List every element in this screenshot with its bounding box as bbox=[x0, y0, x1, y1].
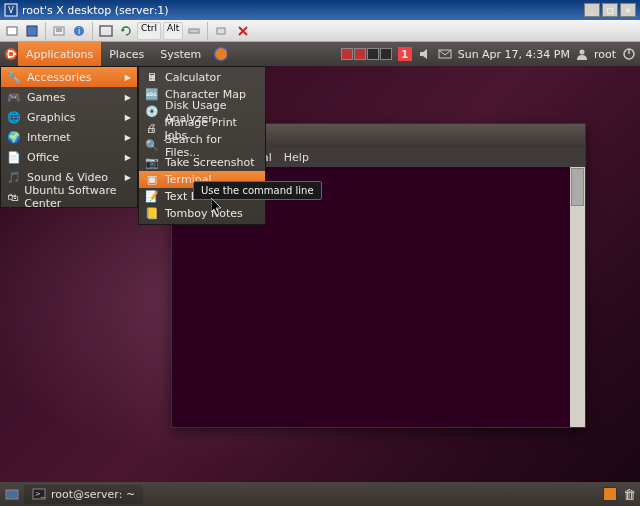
menu-item-label: Office bbox=[27, 151, 59, 164]
close-button[interactable]: × bbox=[620, 3, 636, 17]
submenu-item-label: Tomboy Notes bbox=[165, 207, 243, 220]
submenu-item-icon: 📒 bbox=[145, 207, 159, 221]
scrollbar-thumb[interactable] bbox=[571, 168, 584, 206]
clock[interactable]: Sun Apr 17, 4:34 PM bbox=[458, 48, 570, 61]
terminal-scrollbar[interactable] bbox=[570, 167, 585, 427]
alt-key-indicator[interactable]: Alt bbox=[163, 22, 183, 40]
new-connection-icon[interactable] bbox=[3, 22, 21, 40]
trash-icon[interactable]: 🗑 bbox=[623, 487, 636, 502]
menu-label: Applications bbox=[26, 48, 93, 61]
menu-item-icon: 🛍 bbox=[7, 190, 18, 204]
host-window-title: root's X desktop (server:1) bbox=[22, 4, 169, 17]
vnc-icon: V bbox=[4, 3, 18, 17]
submenu-item-tomboy-notes[interactable]: 📒Tomboy Notes bbox=[139, 205, 265, 222]
submenu-arrow-icon: ▶ bbox=[125, 153, 131, 162]
svg-point-17 bbox=[14, 53, 16, 55]
refresh-icon[interactable] bbox=[117, 22, 135, 40]
svg-point-19 bbox=[8, 56, 10, 58]
gnome-bottom-panel: >_ root@server: ~ 🗑 bbox=[0, 482, 640, 506]
submenu-item-icon: 💿 bbox=[145, 105, 159, 119]
fullscreen-icon[interactable] bbox=[97, 22, 115, 40]
workspace-1[interactable] bbox=[341, 48, 353, 60]
workspace-indicator[interactable] bbox=[603, 487, 617, 501]
system-menu[interactable]: System bbox=[152, 42, 209, 66]
firefox-icon[interactable] bbox=[213, 47, 227, 61]
main-menu-item-games[interactable]: 🎮Games▶ bbox=[1, 87, 137, 107]
workspace-3[interactable] bbox=[367, 48, 379, 60]
submenu-item-label: Search for Files... bbox=[165, 133, 259, 159]
submenu-arrow-icon: ▶ bbox=[125, 113, 131, 122]
main-menu-item-office[interactable]: 📄Office▶ bbox=[1, 147, 137, 167]
submenu-item-icon: 🖨 bbox=[145, 122, 158, 136]
submenu-item-icon: 🔤 bbox=[145, 88, 159, 102]
send-key-icon[interactable] bbox=[212, 22, 230, 40]
mail-icon[interactable] bbox=[438, 47, 452, 61]
svg-point-23 bbox=[579, 50, 584, 55]
menu-item-icon: 🎵 bbox=[7, 170, 21, 184]
places-menu[interactable]: Places bbox=[101, 42, 152, 66]
menu-item-label: Graphics bbox=[27, 111, 76, 124]
svg-text:V: V bbox=[8, 6, 14, 15]
taskbar-terminal[interactable]: >_ root@server: ~ bbox=[24, 485, 143, 504]
taskbar-label: root@server: ~ bbox=[51, 488, 135, 501]
accessories-submenu: 🖩Calculator🔤Character Map💿Disk Usage Ana… bbox=[138, 66, 266, 225]
user-indicator-icon[interactable] bbox=[576, 48, 588, 60]
remote-desktop: Applications Places System 1 Sun Apr 17,… bbox=[0, 42, 640, 506]
submenu-item-icon: 🔍 bbox=[145, 139, 159, 153]
shutdown-icon[interactable] bbox=[622, 47, 636, 61]
menu-item-icon: 🌐 bbox=[7, 110, 21, 124]
submenu-item-icon: 📝 bbox=[145, 190, 159, 204]
submenu-arrow-icon: ▶ bbox=[125, 133, 131, 142]
menu-item-icon: 🔧 bbox=[7, 70, 21, 84]
tooltip: Use the command line bbox=[193, 181, 322, 200]
menu-item-label: Accessories bbox=[27, 71, 91, 84]
menu-item-icon: 🌍 bbox=[7, 130, 21, 144]
main-menu-item-internet[interactable]: 🌍Internet▶ bbox=[1, 127, 137, 147]
options-icon[interactable] bbox=[50, 22, 68, 40]
submenu-item-label: Take Screenshot bbox=[165, 156, 254, 169]
menu-item-icon: 🎮 bbox=[7, 90, 21, 104]
maximize-button[interactable]: □ bbox=[602, 3, 618, 17]
applications-menu[interactable]: Applications bbox=[18, 42, 101, 66]
svg-rect-12 bbox=[217, 28, 225, 34]
svg-rect-27 bbox=[6, 490, 18, 499]
svg-text:i: i bbox=[78, 27, 80, 36]
main-menu-item-graphics[interactable]: 🌐Graphics▶ bbox=[1, 107, 137, 127]
send-cad-icon[interactable] bbox=[185, 22, 203, 40]
host-toolbar: i Ctrl Alt bbox=[0, 20, 640, 42]
show-desktop-icon[interactable] bbox=[4, 486, 20, 502]
submenu-arrow-icon: ▶ bbox=[125, 73, 131, 82]
menu-item-icon: 📄 bbox=[7, 150, 21, 164]
svg-point-18 bbox=[8, 50, 10, 52]
minimize-button[interactable]: _ bbox=[584, 3, 600, 17]
menu-label: Places bbox=[109, 48, 144, 61]
username-label[interactable]: root bbox=[594, 48, 616, 61]
terminal-menu-help[interactable]: Help bbox=[284, 151, 309, 164]
main-menu-item-ubuntu-software-center[interactable]: 🛍Ubuntu Software Center bbox=[1, 187, 137, 207]
submenu-item-take-screenshot[interactable]: 📷Take Screenshot bbox=[139, 154, 265, 171]
info-icon[interactable]: i bbox=[70, 22, 88, 40]
submenu-item-search-for-files-[interactable]: 🔍Search for Files... bbox=[139, 137, 265, 154]
ubuntu-logo-icon[interactable] bbox=[4, 47, 18, 61]
svg-rect-11 bbox=[189, 29, 199, 33]
workspace-switcher-top[interactable] bbox=[341, 48, 392, 60]
svg-rect-2 bbox=[7, 27, 17, 35]
menu-label: System bbox=[160, 48, 201, 61]
submenu-item-icon: 🖩 bbox=[145, 71, 159, 85]
ctrl-key-indicator[interactable]: Ctrl bbox=[137, 22, 161, 40]
notification-badge[interactable]: 1 bbox=[398, 47, 412, 61]
save-icon[interactable] bbox=[23, 22, 41, 40]
svg-marker-21 bbox=[420, 49, 427, 59]
workspace-4[interactable] bbox=[380, 48, 392, 60]
menu-item-label: Ubuntu Software Center bbox=[24, 184, 131, 210]
main-menu-item-accessories[interactable]: 🔧Accessories▶ bbox=[1, 67, 137, 87]
submenu-item-icon: 📷 bbox=[145, 156, 159, 170]
disconnect-icon[interactable] bbox=[234, 22, 252, 40]
submenu-item-label: Calculator bbox=[165, 71, 221, 84]
submenu-item-icon: ▣ bbox=[145, 173, 159, 187]
workspace-2[interactable] bbox=[354, 48, 366, 60]
svg-text:>_: >_ bbox=[35, 490, 45, 498]
applications-dropdown: 🔧Accessories▶🎮Games▶🌐Graphics▶🌍Internet▶… bbox=[0, 66, 138, 208]
volume-icon[interactable] bbox=[418, 47, 432, 61]
submenu-item-calculator[interactable]: 🖩Calculator bbox=[139, 69, 265, 86]
